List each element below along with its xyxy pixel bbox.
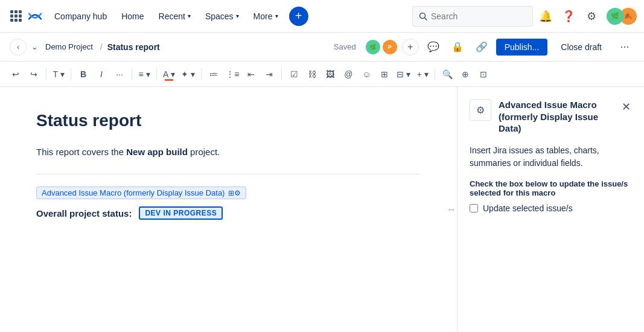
toolbar-separator-3 — [132, 68, 132, 80]
publish-button[interactable]: Publish... — [496, 39, 548, 56]
toolbar-separator-6 — [281, 68, 282, 80]
grid-icon — [10, 10, 22, 22]
breadcrumb-collapse-icon[interactable]: ⌄ — [31, 42, 38, 51]
update-issues-checkbox[interactable] — [470, 204, 478, 212]
bullet-list-button[interactable]: ≔ — [205, 66, 222, 83]
status-row-label: Overall project status: — [36, 208, 132, 219]
user-avatar-stack: 🌿 🍂 — [607, 8, 637, 25]
notifications-button[interactable]: 🔔 — [535, 6, 556, 27]
panel-checkbox-label: Update selected issue/s — [483, 203, 573, 213]
status-row: Overall project status: DEV IN PROGRESS — [36, 206, 421, 220]
insert-button[interactable]: + ▾ — [414, 66, 431, 83]
create-button[interactable]: + — [289, 7, 308, 26]
settings-button[interactable]: ⚙ — [581, 6, 602, 27]
macro-settings-icon: ⊞⚙ — [228, 189, 241, 197]
macro-label[interactable]: Advanced Issue Macro (formerly Display I… — [36, 187, 246, 199]
outdent-button[interactable]: ⇤ — [243, 66, 260, 83]
saved-status: Saved — [334, 42, 356, 51]
nav-spaces[interactable]: Spaces ▾ — [199, 8, 245, 25]
resize-handle[interactable]: ↔ — [447, 204, 456, 215]
panel-header: ⚙ Advanced Issue Macro (formerly Display… — [470, 99, 632, 135]
table-button[interactable]: ⊞ — [376, 66, 393, 83]
avatar-green: 🌿 — [607, 8, 623, 25]
spaces-chevron-icon: ▾ — [236, 13, 239, 19]
nav-company-hub[interactable]: Company hub — [48, 8, 113, 25]
comment-button[interactable]: 💬 — [424, 37, 443, 57]
numbered-list-button[interactable]: ⋮≡ — [223, 66, 241, 83]
panel-title: Advanced Issue Macro (formerly Display I… — [499, 99, 613, 135]
collab-avatar-orange: P — [383, 40, 397, 54]
search-input[interactable] — [431, 11, 515, 21]
toolbar-separator-7 — [435, 68, 435, 80]
italic-button[interactable]: I — [93, 66, 110, 83]
toolbar-separator-2 — [71, 68, 71, 80]
expand-button[interactable]: ⊕ — [457, 66, 474, 83]
nav-home[interactable]: Home — [115, 8, 150, 25]
redo-button[interactable]: ↪ — [25, 66, 42, 83]
breadcrumb-more-button[interactable]: ··· — [615, 37, 634, 57]
confluence-logo[interactable] — [27, 8, 43, 25]
link-button[interactable]: 🔗 — [472, 37, 491, 57]
help-button[interactable]: ❓ — [558, 6, 579, 27]
mention-button[interactable]: @ — [340, 66, 357, 83]
side-panel: ⚙ Advanced Issue Macro (formerly Display… — [457, 87, 644, 332]
panel-checkbox-row: Update selected issue/s — [470, 203, 632, 213]
main-area: Status report This report covers the New… — [0, 87, 644, 332]
undo-button[interactable]: ↩ — [7, 66, 24, 83]
search-icon — [419, 12, 427, 21]
emoji-button[interactable]: ☺ — [358, 66, 375, 83]
panel-description: Insert Jira issues as tables, charts, su… — [470, 144, 632, 170]
text-style-button[interactable]: T ▾ — [50, 66, 67, 83]
toolbar-separator-5 — [201, 68, 202, 80]
search-bar[interactable] — [412, 6, 533, 27]
text-color-button[interactable]: A ▾ — [161, 66, 177, 83]
nav-recent[interactable]: Recent ▾ — [153, 8, 197, 25]
editor-content[interactable]: Status report This report covers the New… — [0, 87, 457, 332]
toolbar-separator-1 — [46, 68, 46, 80]
recent-chevron-icon: ▾ — [188, 13, 191, 19]
align-button[interactable]: ≡ ▾ — [136, 66, 153, 83]
breadcrumb-current-page: Status report — [107, 42, 160, 52]
add-collaborator-button[interactable]: + — [402, 39, 419, 56]
task-button[interactable]: ☑ — [285, 66, 302, 83]
indent-button[interactable]: ⇥ — [261, 66, 278, 83]
breadcrumb-project[interactable]: Demo Project — [43, 42, 95, 51]
editor-body-text: This report covers the New app build pro… — [36, 145, 421, 159]
close-draft-button[interactable]: Close draft — [552, 39, 610, 56]
link-button-tb[interactable]: ⛓ — [304, 66, 320, 83]
split-view-button[interactable]: ⊡ — [475, 66, 492, 83]
top-nav: Company hub Home Recent ▾ Spaces ▾ More … — [0, 0, 644, 33]
svg-line-1 — [425, 18, 427, 20]
editor-toolbar: ↩ ↪ T ▾ B I ··· ≡ ▾ A ▾ ✦ ▾ ≔ ⋮≡ ⇤ ⇥ ☑ ⛓… — [0, 62, 644, 87]
status-badge: DEV IN PROGRESS — [139, 206, 223, 220]
nav-more[interactable]: More ▾ — [247, 8, 284, 25]
editor-divider — [36, 174, 421, 174]
confluence-icon — [28, 9, 42, 24]
bold-button[interactable]: B — [75, 66, 92, 83]
panel-macro-icon: ⚙ — [470, 99, 491, 121]
grid-menu-button[interactable] — [7, 8, 24, 25]
search-toolbar-button[interactable]: 🔍 — [439, 66, 456, 83]
collab-avatar-green: 🌿 — [366, 40, 380, 54]
breadcrumb-toggle-button[interactable]: ‹ — [10, 39, 27, 56]
avatar-group: 🌿 P — [366, 40, 397, 54]
panel-close-button[interactable]: ✕ — [620, 99, 632, 115]
toolbar-separator-4 — [156, 68, 157, 80]
more-chevron-icon: ▾ — [275, 13, 278, 19]
document-title: Status report — [36, 111, 421, 130]
panel-check-label: Check the box below to update the issue/… — [470, 179, 632, 197]
breadcrumb-bar: ‹ ⌄ Demo Project / Status report Saved 🌿… — [0, 33, 644, 62]
breadcrumb-separator: / — [100, 42, 103, 52]
highlight-button[interactable]: ✦ ▾ — [179, 66, 197, 83]
image-button[interactable]: 🖼 — [322, 66, 339, 83]
lock-button[interactable]: 🔒 — [448, 37, 467, 57]
layout-button[interactable]: ⊟ ▾ — [394, 66, 413, 83]
more-text-button[interactable]: ··· — [111, 66, 128, 83]
